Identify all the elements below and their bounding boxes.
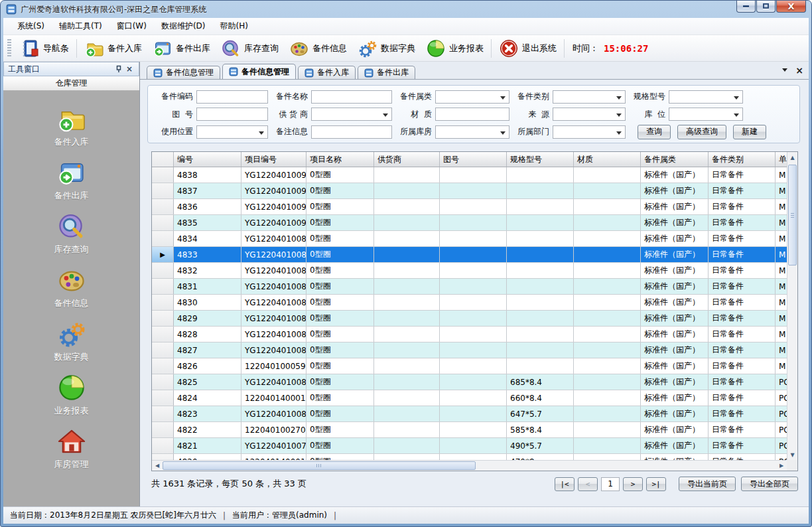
row-selector[interactable] xyxy=(152,358,174,374)
row-selector[interactable] xyxy=(152,390,174,406)
row-selector[interactable] xyxy=(152,183,174,198)
table-row[interactable]: 4829YG122040100840型圈标准件（国产）日常备件M xyxy=(152,311,787,327)
tab-close-icon[interactable]: × xyxy=(795,66,803,74)
menu-item[interactable]: 辅助工具(T) xyxy=(52,18,109,35)
menu-item[interactable]: 数据维护(D) xyxy=(154,18,213,35)
department-select[interactable] xyxy=(553,125,626,139)
part-type-select[interactable] xyxy=(553,90,626,104)
part-code-input[interactable] xyxy=(196,90,268,104)
part-outbound-button[interactable]: 备件出库 xyxy=(147,37,216,60)
menu-item[interactable]: 系统(S) xyxy=(10,18,52,35)
export-current-page-button[interactable]: 导出当前页 xyxy=(679,477,736,491)
row-selector[interactable] xyxy=(152,374,174,390)
warehouse-select[interactable] xyxy=(435,125,509,139)
export-all-pages-button[interactable]: 导出全部页 xyxy=(741,477,798,491)
close-button[interactable]: X xyxy=(776,0,806,13)
dock-close-button[interactable]: × xyxy=(124,64,135,74)
row-selector[interactable] xyxy=(152,231,174,246)
supplier-select[interactable] xyxy=(311,108,392,121)
column-header[interactable]: 备件属类 xyxy=(641,152,709,167)
maximize-button[interactable] xyxy=(756,0,776,13)
sidebar-item-part-info[interactable]: 备件信息 xyxy=(3,265,139,309)
chevron-down-icon[interactable] xyxy=(782,68,787,74)
table-row[interactable]: 4836YG122040100910型圈标准件（国产）日常备件M xyxy=(152,199,787,215)
last-page-button[interactable]: >| xyxy=(646,477,666,491)
sidebar-item-part-outbound[interactable]: 备件出库 xyxy=(3,158,139,202)
table-row[interactable]: 4825YG122040100810型圈685*8.4标准件（国产）日常备件PC xyxy=(152,374,787,390)
data-dictionary-button[interactable]: 数据字典 xyxy=(352,37,421,60)
row-selector[interactable] xyxy=(152,438,174,453)
table-row[interactable]: 4827YG122040100820型圈标准件（国产）日常备件M xyxy=(152,342,787,358)
tab-part-inbound[interactable]: 备件入库 xyxy=(298,66,356,79)
column-header[interactable]: 图号 xyxy=(440,152,507,167)
exit-system-button[interactable]: 退出系统 xyxy=(494,37,562,60)
pin-button[interactable] xyxy=(113,64,124,74)
sidebar-section-warehouse[interactable]: 仓库管理 xyxy=(3,76,139,91)
query-button[interactable]: 查询 xyxy=(638,125,671,139)
row-selector[interactable] xyxy=(152,263,174,278)
part-name-input[interactable] xyxy=(311,90,392,104)
row-selector[interactable] xyxy=(152,454,174,460)
source-select[interactable] xyxy=(553,108,626,121)
sidebar-item-business-report[interactable]: 业务报表 xyxy=(3,373,139,417)
sidebar-item-stock-query[interactable]: 库存查询 xyxy=(3,212,139,256)
table-row[interactable]: 482012204014000130型圈470*8标准件（国产）日常备件PC xyxy=(152,454,787,460)
vertical-scrollbar-thumb[interactable] xyxy=(788,165,797,265)
table-row[interactable]: 4832YG122040100870型圈标准件（国产）日常备件M xyxy=(152,263,787,279)
table-row[interactable]: 4823YG122040100800型圈647*5.7标准件（国产）日常备件PC xyxy=(152,406,787,422)
menu-item[interactable]: 帮助(H) xyxy=(213,18,255,35)
column-header[interactable]: 项目编号 xyxy=(241,152,306,167)
table-row[interactable]: 4830YG122040100850型圈标准件（国产）日常备件M xyxy=(152,295,787,311)
table-row[interactable]: 4835YG122040100900型圈标准件（国产）日常备件M xyxy=(152,215,787,231)
material-input[interactable] xyxy=(435,108,509,121)
tab-part-info-management-1[interactable]: 备件信息管理 xyxy=(147,66,220,79)
column-header[interactable]: 项目名称 xyxy=(306,152,374,167)
scroll-up-icon[interactable]: ▲ xyxy=(787,152,797,163)
table-row[interactable]: 4837YG122040100920型圈标准件（国产）日常备件M xyxy=(152,183,787,199)
nav-bar-button[interactable]: 导航条 xyxy=(15,37,74,60)
drawing-no-input[interactable] xyxy=(196,108,268,121)
column-header[interactable]: 编号 xyxy=(174,152,241,167)
scroll-left-icon[interactable]: ◀ xyxy=(152,461,163,471)
new-button[interactable]: 新建 xyxy=(733,125,766,139)
table-row[interactable]: 482212204010027000型圈585*8.4标准件（国产）日常备件PC xyxy=(152,422,787,438)
horizontal-scrollbar[interactable]: ◀ ▶ xyxy=(152,460,787,471)
next-page-button[interactable]: > xyxy=(623,477,643,491)
spec-model-select[interactable] xyxy=(669,90,743,104)
column-header[interactable]: 单位 xyxy=(776,152,787,167)
row-selector[interactable] xyxy=(152,422,174,437)
table-row[interactable]: 4821YG122040100790型圈490*5.7标准件（国产）日常备件PC xyxy=(152,438,787,454)
prev-page-button[interactable]: < xyxy=(578,477,598,491)
tab-part-outbound[interactable]: 备件出库 xyxy=(358,66,415,79)
part-category-select[interactable] xyxy=(435,90,509,104)
table-row[interactable]: 482412204014000120型圈660*8.4标准件（国产）日常备件PC xyxy=(152,390,787,406)
stock-query-button[interactable]: 库存查询 xyxy=(216,37,284,60)
business-report-button[interactable]: 业务报表 xyxy=(421,37,489,60)
row-selector[interactable] xyxy=(152,199,174,214)
row-selector[interactable] xyxy=(152,406,174,421)
column-header[interactable]: 规格型号 xyxy=(507,152,574,167)
row-selector[interactable]: ▶ xyxy=(152,247,174,262)
tab-part-info-management-2[interactable]: 备件信息管理 xyxy=(222,64,296,79)
table-row[interactable]: 4828YG122040100830型圈标准件（国产）日常备件M xyxy=(152,327,787,342)
column-header[interactable]: 供货商 xyxy=(374,152,440,167)
title-bar[interactable]: 广州爱奇迪软件科技有限公司-深田之星仓库管理系统 X xyxy=(1,1,811,18)
table-row[interactable]: 4838YG122040100930型圈标准件（国产）日常备件M xyxy=(152,167,787,183)
advanced-query-button[interactable]: 高级查询 xyxy=(677,125,726,139)
table-row[interactable]: 482612204010005990型圈标准件（国产）日常备件M xyxy=(152,358,787,374)
storage-bin-select[interactable] xyxy=(669,108,743,121)
row-selector[interactable] xyxy=(152,279,174,294)
row-selector[interactable] xyxy=(152,342,174,358)
usage-location-select[interactable] xyxy=(196,125,268,139)
vertical-scrollbar[interactable]: ▲ ▼ xyxy=(787,152,797,460)
toolbar-grip[interactable] xyxy=(7,39,11,58)
minimize-button[interactable] xyxy=(736,0,756,13)
part-inbound-button[interactable]: 备件入库 xyxy=(79,37,147,60)
table-row[interactable]: 4834YG122040100890型圈标准件（国产）日常备件M xyxy=(152,231,787,247)
row-selector[interactable] xyxy=(152,311,174,326)
menu-item[interactable]: 窗口(W) xyxy=(109,18,154,35)
row-selector[interactable] xyxy=(152,327,174,342)
row-selector[interactable] xyxy=(152,295,174,310)
first-page-button[interactable]: |< xyxy=(555,477,575,491)
row-selector[interactable] xyxy=(152,215,174,230)
